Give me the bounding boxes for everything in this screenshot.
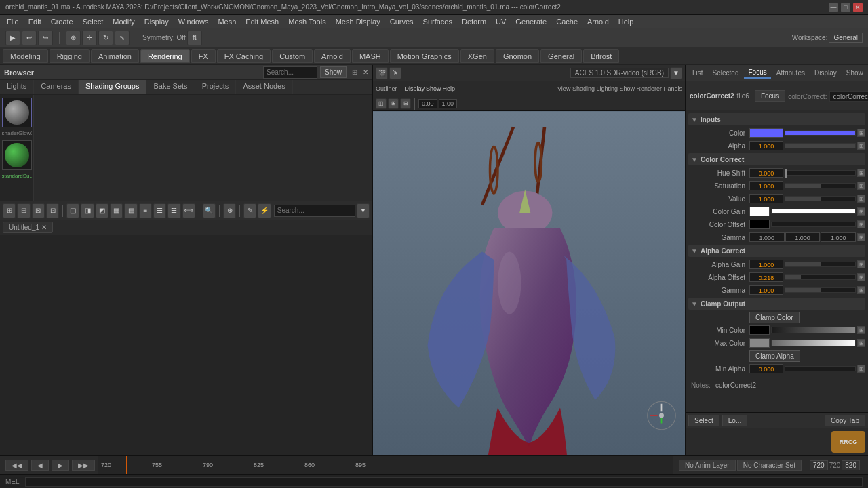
node-tb-15[interactable]: ⊕ — [223, 203, 236, 218]
ac-gamma-slider[interactable] — [785, 287, 856, 293]
node-tb-13[interactable]: ⟺ — [182, 203, 195, 218]
val-field[interactable]: 1.000 — [749, 194, 783, 203]
min-alpha-expand[interactable]: ⊞ — [857, 365, 865, 373]
copy-tab-btn[interactable]: Copy Tab — [825, 415, 865, 426]
color-offset-slider[interactable] — [771, 222, 856, 227]
attr-tab-focus[interactable]: Focus — [744, 67, 770, 79]
val-btn[interactable]: ⊞ — [857, 195, 865, 203]
min-alpha-field[interactable]: 0.000 — [749, 364, 783, 373]
mode-tab-rigging[interactable]: Rigging — [50, 49, 90, 63]
ac-gamma-field[interactable]: 1.000 — [749, 285, 783, 295]
timeline-playback-btn[interactable]: ◀◀ — [5, 460, 28, 471]
node-tb-9[interactable]: ▤ — [124, 203, 137, 218]
mode-tab-fx-caching[interactable]: FX Caching — [217, 49, 271, 63]
browser-thumb-2[interactable] — [2, 140, 32, 170]
max-color-bar[interactable] — [771, 340, 856, 346]
vp-panel-show[interactable]: Show — [426, 85, 441, 92]
val-slider[interactable] — [785, 196, 856, 201]
clamp-alpha-button[interactable]: Clamp Alpha — [749, 350, 800, 362]
renderer-label[interactable]: ACES 1.0 SDR-video (sRGB) — [570, 68, 669, 78]
menu-create[interactable]: Create — [47, 16, 77, 27]
vp-renderer-expand[interactable]: ▼ — [670, 67, 682, 79]
node-tb-6[interactable]: ◨ — [81, 203, 94, 218]
attr-tab-display[interactable]: Display — [810, 68, 841, 78]
node-tb-8[interactable]: ▦ — [110, 203, 123, 218]
select-tool[interactable]: ⊕ — [66, 30, 81, 45]
timeline-play-btn[interactable]: ▶ — [52, 460, 69, 471]
node-tb-3[interactable]: ⊠ — [32, 203, 45, 218]
menu-file[interactable]: File — [3, 16, 23, 27]
max-color-swatch[interactable] — [749, 338, 770, 348]
node-tb-options[interactable]: ▼ — [357, 203, 370, 218]
menu-generate[interactable]: Generate — [511, 16, 551, 27]
menu-mesh-tools[interactable]: Mesh Tools — [284, 16, 330, 27]
menu-deform[interactable]: Deform — [458, 16, 490, 27]
menu-edit-mesh[interactable]: Edit Mesh — [241, 16, 283, 27]
gamma-btn[interactable]: ⊞ — [857, 233, 865, 241]
browser-tab-shading[interactable]: Shading Groups — [79, 80, 147, 94]
mode-tab-arnold[interactable]: Arnold — [314, 49, 351, 63]
attr-section-cc-header[interactable]: ▼ Color Correct — [688, 153, 865, 165]
browser-thumb-1[interactable] — [2, 98, 32, 127]
node-tb-16[interactable]: ✎ — [243, 203, 256, 218]
toolbar-btn-3[interactable]: ↪ — [38, 30, 53, 45]
attr-section-ac-header[interactable]: ▼ Alpha Correct — [688, 245, 865, 257]
menu-arnold[interactable]: Arnold — [583, 16, 613, 27]
node-tb-17[interactable]: ⚡ — [258, 203, 271, 218]
vp-panel-display[interactable]: Display — [405, 85, 425, 92]
vp-frm-1[interactable]: ◫ — [376, 98, 387, 109]
vp-panel-help[interactable]: Help — [443, 85, 456, 92]
attr-tab-attributes[interactable]: Attributes — [772, 68, 809, 78]
min-alpha-slider[interactable] — [785, 366, 856, 371]
mel-input[interactable] — [25, 477, 863, 487]
hue-btn[interactable]: ⊞ — [857, 169, 865, 177]
mode-tab-bifrost[interactable]: Bifrost — [583, 49, 619, 63]
hue-slider[interactable] — [785, 170, 856, 176]
browser-tab-assets[interactable]: Asset Nodes — [236, 80, 292, 94]
maximize-button[interactable]: □ — [841, 3, 850, 12]
attr-section-inputs-header[interactable]: ▼ Inputs — [688, 113, 865, 125]
gamma-b-field[interactable]: 1.000 — [821, 232, 856, 242]
vp-tb-1[interactable]: 🎬 — [376, 67, 388, 79]
menu-help[interactable]: Help — [614, 16, 638, 27]
browser-tab-cameras[interactable]: Cameras — [34, 80, 79, 94]
workspace-value[interactable]: General — [829, 33, 863, 43]
select-btn[interactable]: Select — [688, 415, 719, 426]
attr-tab-show[interactable]: Show — [842, 68, 867, 78]
node-tab-untitled[interactable]: Untitled_1 ✕ — [3, 222, 53, 233]
vp-frm-3[interactable]: ⊟ — [400, 98, 411, 109]
timeline-next-btn[interactable]: ▶▶ — [72, 460, 95, 471]
menu-modify[interactable]: Modify — [108, 16, 138, 27]
vp-frm-2[interactable]: ⊞ — [388, 98, 399, 109]
gamma-r-field[interactable]: 1.000 — [749, 232, 785, 242]
rotate-tool[interactable]: ↻ — [98, 30, 113, 45]
node-tb-2[interactable]: ⊟ — [17, 203, 30, 218]
color-gain-btn[interactable]: ⊞ — [857, 207, 865, 216]
min-color-swatch[interactable] — [749, 325, 770, 335]
alpha-gain-slider[interactable] — [785, 262, 856, 267]
symmetry-btn[interactable]: ⇅ — [187, 30, 202, 45]
node-tb-11[interactable]: ☰ — [153, 203, 166, 218]
mode-tab-custom[interactable]: Custom — [272, 49, 313, 63]
attr-tab-selected[interactable]: Selected — [709, 68, 743, 78]
browser-tab-bake[interactable]: Bake Sets — [146, 80, 195, 94]
mode-tab-modeling[interactable]: Modeling — [3, 49, 48, 63]
viewport[interactable]: 🎬 🖱 ACES 1.0 SDR-video (sRGB) ▼ Outliner… — [373, 65, 685, 455]
mode-tab-rendering[interactable]: Rendering — [140, 49, 190, 63]
alpha-gain-field[interactable]: 1.000 — [749, 260, 783, 269]
node-tb-10[interactable]: ≡ — [139, 203, 152, 218]
scale-tool[interactable]: ⤡ — [115, 30, 130, 45]
sat-btn[interactable]: ⊞ — [857, 182, 865, 190]
browser-close-btn[interactable]: ✕ — [363, 68, 368, 76]
menu-select[interactable]: Select — [79, 16, 108, 27]
timeline-ruler[interactable]: 720 755 790 825 860 895 — [98, 456, 673, 474]
node-tb-14[interactable]: 🔍 — [203, 203, 216, 218]
node-tb-7[interactable]: ◩ — [96, 203, 108, 218]
browser-tab-projects[interactable]: Projects — [195, 80, 237, 94]
menu-surfaces[interactable]: Surfaces — [419, 16, 456, 27]
close-button[interactable]: ✕ — [853, 3, 863, 12]
color-expand-btn[interactable]: ⊞ — [857, 129, 865, 137]
char-btn[interactable]: No Character Set — [737, 460, 802, 471]
color-offset-btn[interactable]: ⊞ — [857, 220, 865, 228]
alpha-offset-slider[interactable] — [785, 274, 856, 280]
